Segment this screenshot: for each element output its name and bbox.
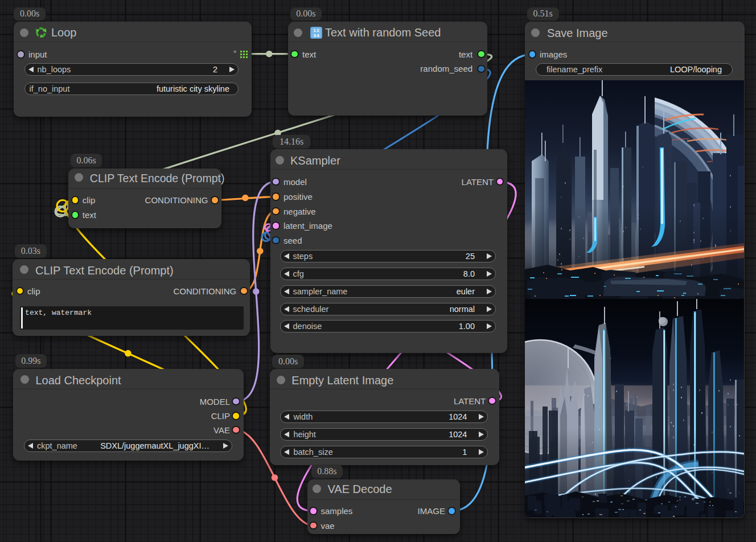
svg-text:2: 2 xyxy=(317,28,319,33)
svg-text:1: 1 xyxy=(313,28,316,33)
svg-text:4: 4 xyxy=(317,33,319,38)
svg-text:3: 3 xyxy=(313,33,316,38)
